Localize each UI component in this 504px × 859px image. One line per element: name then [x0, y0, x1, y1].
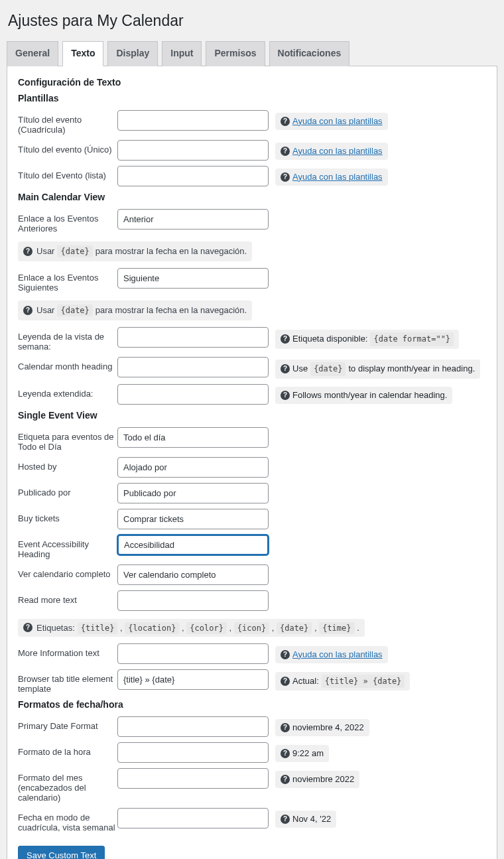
hint-next-prefix: Usar: [36, 305, 54, 315]
row-posted-by: Publicado por: [18, 483, 486, 503]
input-grid-date[interactable]: [117, 808, 269, 828]
ext-caption-text: Follows month/year in calendar heading.: [292, 389, 447, 401]
row-browser-title: Browser tab title element template ? Act…: [18, 669, 486, 694]
nav-tabs: General Texto Display Input Permisos Not…: [7, 40, 497, 66]
input-title-list[interactable]: [117, 166, 269, 186]
label-ext-caption: Leyenda extendida:: [18, 384, 117, 399]
help-link-more-info[interactable]: Ayuda con las plantillas: [292, 649, 383, 661]
label-buy-tickets: Buy tickets: [18, 509, 117, 523]
row-month-heading: Calendar month heading ? Use {date} to d…: [18, 357, 486, 379]
month-sample-text: noviembre 2022: [292, 773, 354, 785]
hint-prev-suffix: para mostrar la fecha en la navegación.: [95, 246, 247, 256]
tags-list: {title} , {location} , {color} , {icon} …: [78, 623, 359, 633]
browser-title-prefix: Actual:: [292, 675, 319, 687]
row-time-format: Formato de la hora ? 9:22 am: [18, 742, 486, 763]
tag-code: {title}: [78, 622, 118, 634]
help-title-single: ? Ayuda con las plantillas: [275, 143, 388, 160]
tab-display[interactable]: Display: [107, 41, 158, 66]
time-sample-text: 9:22 am: [292, 748, 324, 760]
browser-title-code: {title} » {date}: [322, 675, 405, 689]
tab-input[interactable]: Input: [162, 41, 202, 66]
input-view-full[interactable]: [117, 564, 269, 585]
primary-sample-text: noviembre 4, 2022: [292, 722, 364, 734]
row-grid-date: Fecha en modo de cuadrícula, vista seman…: [18, 808, 486, 832]
input-browser-title[interactable]: [117, 669, 269, 690]
save-button[interactable]: Save Custom Text: [18, 846, 105, 859]
help-ext-caption: ? Follows month/year in calendar heading…: [275, 387, 452, 404]
label-all-day: Etiqueta para eventos de Todo el Día: [18, 427, 117, 452]
row-all-day: Etiqueta para eventos de Todo el Día: [18, 427, 486, 452]
tab-permisos[interactable]: Permisos: [206, 41, 265, 66]
help-browser-title: ? Actual: {title} » {date}: [275, 672, 410, 691]
input-all-day[interactable]: [117, 427, 269, 448]
tags-prefix: Etiquetas:: [36, 623, 75, 633]
label-week-caption: Leyenda de la vista de semana:: [18, 327, 117, 352]
input-primary-date[interactable]: [117, 716, 269, 737]
input-month-format[interactable]: [117, 768, 269, 789]
label-title-single: Título del evento (Único): [18, 140, 117, 155]
grid-sample-text: Nov 4, '22: [292, 813, 331, 825]
input-more-info[interactable]: [117, 643, 269, 664]
label-title-grid: Título del evento (Cuadrícula): [18, 110, 117, 135]
help-icon: ?: [281, 723, 290, 732]
input-buy-tickets[interactable]: [117, 509, 269, 529]
help-icon: ?: [281, 650, 290, 659]
label-primary-date: Primary Date Format: [18, 716, 117, 731]
input-accessibility[interactable]: [117, 535, 269, 555]
help-icon: ?: [281, 749, 290, 758]
sample-time: ? 9:22 am: [275, 745, 329, 762]
label-view-full: Ver calendario completo: [18, 564, 117, 579]
row-view-full: Ver calendario completo: [18, 564, 486, 585]
label-accessibility: Event Accessibility Heading: [18, 535, 117, 559]
input-month-heading[interactable]: [117, 357, 269, 377]
main-view-heading: Main Calendar View: [18, 192, 486, 202]
tag-code: {color}: [186, 622, 227, 634]
label-time-format: Formato de la hora: [18, 742, 117, 757]
label-next-events: Enlace a los Eventos Siguientes: [18, 268, 117, 293]
input-read-more[interactable]: [117, 590, 269, 611]
settings-panel: Configuración de Texto Plantillas Título…: [7, 66, 497, 859]
row-buy-tickets: Buy tickets: [18, 509, 486, 529]
label-hosted-by: Hosted by: [18, 457, 117, 472]
tag-code: {icon}: [234, 622, 269, 634]
help-month-heading: ? Use {date} to display month/year in he…: [275, 360, 480, 379]
input-title-single[interactable]: [117, 140, 269, 161]
tag-code: {location}: [125, 622, 179, 634]
input-prev-events[interactable]: [117, 209, 269, 230]
page-title: Ajustes para My Calendar: [8, 12, 497, 30]
help-link-grid[interactable]: Ayuda con las plantillas: [292, 115, 383, 127]
help-link-single[interactable]: Ayuda con las plantillas: [292, 145, 383, 157]
input-title-grid[interactable]: [117, 110, 269, 131]
label-prev-events: Enlace a los Eventos Anteriores: [18, 209, 117, 233]
input-week-caption[interactable]: [117, 327, 269, 348]
help-icon: ?: [281, 147, 290, 156]
row-ext-caption: Leyenda extendida: ? Follows month/year …: [18, 384, 486, 405]
row-more-info: More Information text ? Ayuda con las pl…: [18, 643, 486, 664]
row-title-single: Título del evento (Único) ? Ayuda con la…: [18, 140, 486, 161]
hint-tags: ? Etiquetas: {title} , {location} , {col…: [18, 619, 365, 637]
row-title-list: Título del Evento (lista) ? Ayuda con la…: [18, 166, 486, 186]
date-formats-heading: Formatos de fecha/hora: [18, 699, 486, 710]
input-hosted-by[interactable]: [117, 457, 269, 478]
hint-next-suffix: para mostrar la fecha en la navegación.: [95, 305, 247, 315]
tab-general[interactable]: General: [7, 41, 58, 66]
help-icon: ?: [281, 391, 290, 400]
row-week-caption: Leyenda de la vista de semana: ? Etiquet…: [18, 327, 486, 352]
help-week-caption: ? Etiqueta disponible: {date format=""}: [275, 330, 459, 349]
hint-next: ? Usar {date} para mostrar la fecha en l…: [18, 300, 252, 320]
hint-prev-prefix: Usar: [36, 246, 54, 256]
input-posted-by[interactable]: [117, 483, 269, 503]
tag-code: {time}: [319, 622, 354, 634]
hint-prev-code: {date}: [57, 245, 92, 257]
input-ext-caption[interactable]: [117, 384, 269, 405]
label-month-format: Formato del mes (encabezados del calenda…: [18, 768, 117, 803]
month-code: {date}: [310, 362, 346, 376]
input-next-events[interactable]: [117, 268, 269, 289]
help-icon: ?: [281, 172, 290, 182]
tab-texto[interactable]: Texto: [62, 41, 103, 66]
input-time-format[interactable]: [117, 742, 269, 763]
single-view-heading: Single Event View: [18, 410, 486, 421]
tab-notificaciones[interactable]: Notificaciones: [269, 41, 350, 66]
help-link-list[interactable]: Ayuda con las plantillas: [292, 171, 383, 183]
help-icon: ?: [281, 117, 290, 126]
